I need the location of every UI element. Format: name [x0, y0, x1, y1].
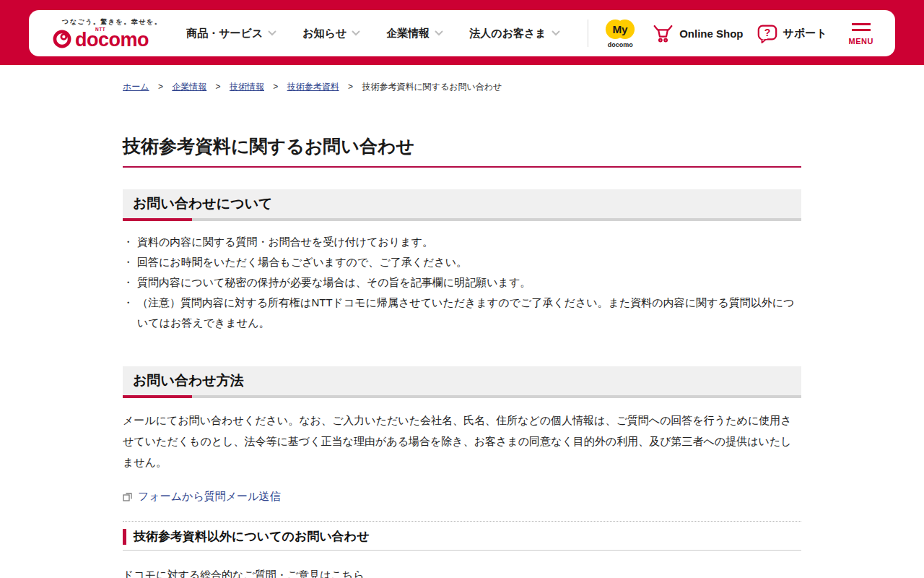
chevron-down-icon	[268, 30, 276, 36]
breadcrumb: ホーム > 企業情報 > 技術情報 > 技術参考資料 > 技術参考資料に関するお…	[123, 65, 801, 93]
support-label: サポート	[783, 27, 827, 40]
other-heading: 技術参考資料以外についてのお問い合わせ	[123, 529, 801, 545]
list-item: ・ （注意）質問内容に対する所有権はNTTドコモに帰属させていただきますのでご了…	[123, 293, 801, 333]
form-mail-link-row: フォームから質問メール送信	[123, 490, 801, 504]
breadcrumb-separator: >	[158, 82, 163, 92]
section-method: お問い合わせ方法 メールにてお問い合わせください。なお、ご入力いただいた会社名、…	[123, 366, 801, 504]
bullet-text: （注意）質問内容に対する所有権はNTTドコモに帰属させていただきますのでご了承く…	[137, 293, 801, 333]
chevron-down-icon	[352, 30, 360, 36]
top-navbar: つなごう。驚きを。幸せを。 NTT docomo 商品・サービス	[29, 10, 895, 56]
breadcrumb-link-reference-docs[interactable]: 技術参考資料	[287, 82, 339, 92]
help-icon: ?	[757, 22, 778, 44]
other-body: ドコモに対する総合的なご質問・ご意見はこちら	[123, 565, 801, 578]
my-docomo-link[interactable]: My docomo	[601, 18, 639, 48]
breadcrumb-separator: >	[348, 82, 353, 92]
site-header: つなごう。驚きを。幸せを。 NTT docomo 商品・サービス	[0, 0, 924, 65]
bullet-marker: ・	[123, 232, 137, 252]
about-bullet-list: ・ 資料の内容に関する質問・お問合せを受け付けております。 ・ 回答にお時間をい…	[123, 232, 801, 333]
menu-label: MENU	[849, 37, 873, 46]
my-docomo-label: docomo	[608, 41, 633, 48]
bullet-marker: ・	[123, 252, 137, 272]
chevron-down-icon	[435, 30, 443, 36]
menu-button[interactable]: MENU	[849, 22, 873, 46]
nav-item-label: 企業情報	[386, 27, 430, 40]
section-heading-about: お問い合わせについて	[133, 194, 791, 213]
chevron-down-icon	[552, 30, 560, 36]
main-content: 技術参考資料に関するお問い合わせ お問い合わせについて ・ 資料の内容に関する質…	[123, 135, 801, 578]
external-link-icon	[123, 492, 132, 501]
section-about: お問い合わせについて ・ 資料の内容に関する質問・お問合せを受け付けております。…	[123, 189, 801, 333]
list-item: ・ 質問内容について秘密の保持が必要な場合は、その旨を記事欄に明記願います。	[123, 272, 801, 293]
hamburger-icon	[852, 22, 871, 33]
online-shop-link[interactable]: Online Shop	[652, 22, 743, 44]
breadcrumb-current: 技術参考資料に関するお問い合わせ	[362, 82, 502, 92]
main-nav: 商品・サービス お知らせ 企業情報 法人のお客さま	[186, 27, 560, 40]
list-item: ・ 回答にお時間をいただく場合もございますので、ご了承ください。	[123, 252, 801, 272]
breadcrumb-separator: >	[273, 82, 278, 92]
nav-item-label: 商品・サービス	[186, 27, 263, 40]
section-heading-method: お問い合わせ方法	[133, 371, 791, 390]
page-title: 技術参考資料に関するお問い合わせ	[123, 135, 801, 168]
svg-text:?: ?	[764, 27, 770, 38]
nav-item-label: 法人のお客さま	[469, 27, 546, 40]
nav-item-news[interactable]: お知らせ	[302, 27, 360, 40]
bullet-text: 回答にお時間をいただく場合もございますので、ご了承ください。	[137, 252, 467, 272]
header-actions: My docomo Online Shop	[588, 18, 876, 48]
svg-text:My: My	[613, 23, 629, 35]
breadcrumb-separator: >	[216, 82, 221, 92]
bullet-marker: ・	[123, 293, 137, 333]
online-shop-label: Online Shop	[679, 27, 743, 40]
support-link[interactable]: ? サポート	[757, 22, 827, 44]
section-other: 技術参考資料以外についてのお問い合わせ ドコモに対する総合的なご質問・ご意見はこ…	[123, 521, 801, 578]
header-divider	[588, 20, 588, 47]
bullet-text: 資料の内容に関する質問・お問合せを受け付けております。	[137, 232, 433, 252]
breadcrumb-link-home[interactable]: ホーム	[123, 82, 149, 92]
nav-item-label: お知らせ	[302, 27, 346, 40]
section-heading-bar-about: お問い合わせについて	[123, 189, 801, 221]
cart-icon	[652, 22, 674, 44]
section-heading-bar-method: お問い合わせ方法	[123, 366, 801, 398]
breadcrumb-link-technology[interactable]: 技術情報	[230, 82, 264, 92]
form-mail-link[interactable]: フォームから質問メール送信	[138, 490, 280, 504]
docomo-logo-icon	[52, 29, 72, 49]
other-heading-wrap: 技術参考資料以外についてのお問い合わせ	[123, 529, 801, 551]
brand-tagline: つなごう。驚きを。幸せを。	[52, 17, 162, 27]
list-item: ・ 資料の内容に関する質問・お問合せを受け付けております。	[123, 232, 801, 252]
docomo-logo[interactable]: つなごう。驚きを。幸せを。 NTT docomo	[52, 17, 162, 49]
nav-item-products[interactable]: 商品・サービス	[186, 27, 276, 40]
nav-item-business[interactable]: 法人のお客さま	[469, 27, 559, 40]
method-body: メールにてお問い合わせください。なお、ご入力いただいた会社名、氏名、住所などの個…	[123, 410, 801, 473]
breadcrumb-link-corporate[interactable]: 企業情報	[172, 82, 206, 92]
my-docomo-icon: My	[604, 18, 636, 40]
bullet-marker: ・	[123, 272, 137, 293]
bullet-text: 質問内容について秘密の保持が必要な場合は、その旨を記事欄に明記願います。	[137, 272, 531, 293]
nav-item-corporate[interactable]: 企業情報	[386, 27, 443, 40]
docomo-wordmark: docomo	[75, 29, 149, 51]
ntt-label: NTT	[95, 27, 105, 32]
